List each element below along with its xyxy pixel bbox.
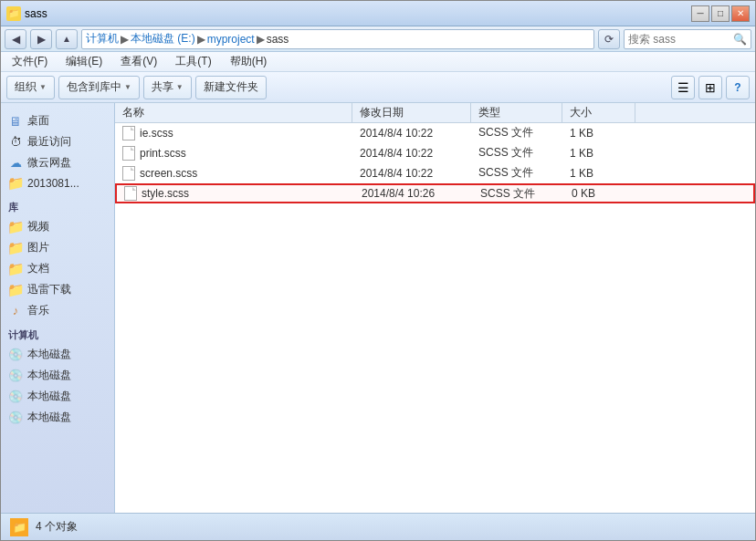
menu-view[interactable]: 查看(V)	[115, 52, 163, 71]
file-date-cell: 2014/8/4 10:22	[352, 167, 471, 180]
new-folder-button[interactable]: 新建文件夹	[195, 76, 267, 99]
file-size-cell: 1 KB	[562, 167, 635, 180]
sidebar-item-documents[interactable]: 📁 文档	[1, 258, 114, 279]
sidebar-item-disk1[interactable]: 💿 本地磁盘	[1, 344, 114, 365]
sidebar-item-disk4[interactable]: 💿 本地磁盘	[1, 407, 114, 428]
sidebar-item-folder2013[interactable]: 📁 2013081...	[1, 173, 114, 193]
col-header-name[interactable]: 名称	[115, 103, 352, 122]
share-button[interactable]: 共享 ▼	[143, 76, 192, 99]
view-toggle-button[interactable]: ☰	[671, 76, 695, 99]
title-bar: 📁 sass ─ □ ✕	[1, 1, 755, 26]
col-header-size[interactable]: 大小	[562, 103, 635, 122]
sidebar-favorites: 🖥 桌面 ⏱ 最近访问 ☁ 微云网盘	[1, 110, 114, 193]
menu-file[interactable]: 文件(F)	[6, 52, 53, 71]
disk2-icon: 💿	[8, 369, 23, 383]
table-row[interactable]: screen.scss 2014/8/4 10:22 SCSS 文件 1 KB	[115, 163, 755, 183]
disk1-icon: 💿	[8, 348, 23, 362]
breadcrumb-myproject[interactable]: myproject	[207, 33, 255, 46]
folder-icon: 📁	[6, 6, 21, 21]
share-arrow-icon: ▼	[176, 83, 184, 91]
file-type-cell: SCSS 文件	[471, 125, 562, 140]
sidebar-library-header: 库	[1, 197, 114, 216]
cloud-icon: ☁	[8, 156, 23, 171]
col-header-date[interactable]: 修改日期	[352, 103, 471, 122]
organize-button[interactable]: 组织 ▼	[6, 76, 55, 99]
close-button[interactable]: ✕	[731, 5, 750, 22]
refresh-button[interactable]: ⟳	[598, 29, 620, 49]
title-bar-left: 📁 sass	[6, 6, 47, 21]
folder2013-icon: 📁	[8, 176, 23, 191]
table-row[interactable]: style.scss 2014/8/4 10:26 SCSS 文件 0 KB	[115, 183, 755, 203]
sidebar-item-desktop[interactable]: 🖥 桌面	[1, 110, 114, 131]
menu-edit[interactable]: 编辑(E)	[60, 52, 108, 71]
sidebar-item-recent[interactable]: ⏱ 最近访问	[1, 131, 114, 152]
table-row[interactable]: print.scss 2014/8/4 10:22 SCSS 文件 1 KB	[115, 143, 755, 163]
recent-icon: ⏱	[8, 135, 23, 150]
forward-button[interactable]: ▶	[30, 29, 52, 49]
sep1: ▶	[121, 33, 129, 46]
file-name-cell: ie.scss	[115, 126, 352, 140]
search-input[interactable]	[628, 33, 731, 46]
file-size-cell: 1 KB	[562, 127, 635, 140]
menu-help[interactable]: 帮助(H)	[225, 52, 273, 71]
search-icon[interactable]: 🔍	[733, 33, 747, 46]
scss-file-icon	[124, 186, 137, 201]
up-button[interactable]: ▲	[56, 29, 78, 49]
sidebar-item-disk2[interactable]: 💿 本地磁盘	[1, 365, 114, 386]
file-list-header: 名称 修改日期 类型 大小	[115, 103, 755, 123]
maximize-button[interactable]: □	[711, 5, 730, 22]
music-icon: ♪	[8, 304, 23, 318]
file-date-cell: 2014/8/4 10:26	[354, 187, 473, 200]
window: 📁 sass ─ □ ✕ ◀ ▶ ▲ 计算机 ▶ 本地磁盘 (E:) ▶ myp…	[0, 0, 756, 541]
file-type-cell: SCSS 文件	[471, 145, 562, 161]
file-name-cell: print.scss	[115, 146, 352, 161]
sidebar: 🖥 桌面 ⏱ 最近访问 ☁ 微云网盘	[1, 103, 115, 513]
preview-pane-button[interactable]: ⊞	[698, 76, 722, 99]
file-size-cell: 1 KB	[562, 147, 635, 160]
breadcrumb-drive[interactable]: 本地磁盘 (E:)	[131, 31, 195, 47]
table-row[interactable]: ie.scss 2014/8/4 10:22 SCSS 文件 1 KB	[115, 123, 755, 143]
sep3: ▶	[257, 33, 265, 46]
breadcrumb-computer[interactable]: 计算机	[86, 31, 119, 47]
back-button[interactable]: ◀	[5, 29, 26, 49]
scss-file-icon	[122, 146, 135, 161]
include-arrow-icon: ▼	[124, 83, 131, 91]
address-bar: ◀ ▶ ▲ 计算机 ▶ 本地磁盘 (E:) ▶ myproject ▶ sass…	[1, 26, 755, 52]
main-content: 🖥 桌面 ⏱ 最近访问 ☁ 微云网盘	[1, 103, 755, 513]
toolbar-right: ☰ ⊞ ?	[671, 76, 750, 99]
title-bar-controls: ─ □ ✕	[691, 5, 750, 22]
file-date-cell: 2014/8/4 10:22	[352, 147, 471, 160]
sidebar-item-pictures[interactable]: 📁 图片	[1, 237, 114, 258]
file-area: 名称 修改日期 类型 大小 ie.scss 2014/8/4 10:22 SCS…	[115, 103, 755, 513]
file-list-body: ie.scss 2014/8/4 10:22 SCSS 文件 1 KB prin…	[115, 123, 755, 513]
pictures-icon: 📁	[8, 241, 23, 255]
scss-file-icon	[122, 126, 135, 140]
file-date-cell: 2014/8/4 10:22	[352, 127, 471, 140]
col-header-type[interactable]: 类型	[471, 103, 562, 122]
scss-file-icon	[122, 166, 135, 181]
file-type-cell: SCSS 文件	[471, 165, 562, 181]
documents-icon: 📁	[8, 262, 23, 276]
status-folder-icon: 📁	[10, 518, 28, 536]
breadcrumb-bar[interactable]: 计算机 ▶ 本地磁盘 (E:) ▶ myproject ▶ sass	[81, 29, 594, 49]
organize-arrow-icon: ▼	[39, 83, 47, 91]
disk4-icon: 💿	[8, 411, 23, 425]
toolbar: 组织 ▼ 包含到库中 ▼ 共享 ▼ 新建文件夹 ☰ ⊞ ?	[1, 72, 755, 103]
sidebar-item-xunlei[interactable]: 📁 迅雷下载	[1, 279, 114, 300]
file-name-cell: screen.scss	[115, 166, 352, 181]
window-title: sass	[25, 7, 47, 20]
file-type-cell: SCSS 文件	[473, 186, 564, 202]
minimize-button[interactable]: ─	[691, 5, 709, 22]
sidebar-item-video[interactable]: 📁 视频	[1, 216, 114, 237]
file-size-cell: 0 KB	[564, 187, 637, 200]
sidebar-computer: 计算机 💿 本地磁盘 💿 本地磁盘 💿	[1, 325, 114, 428]
help-button[interactable]: ?	[726, 76, 750, 99]
file-name-cell: style.scss	[117, 186, 354, 201]
sidebar-item-disk3[interactable]: 💿 本地磁盘	[1, 386, 114, 407]
menu-tools[interactable]: 工具(T)	[170, 52, 216, 71]
sidebar-item-music[interactable]: ♪ 音乐	[1, 300, 114, 321]
search-box[interactable]: 🔍	[624, 29, 751, 49]
sidebar-item-cloud[interactable]: ☁ 微云网盘	[1, 152, 114, 173]
sep2: ▶	[197, 33, 205, 46]
include-library-button[interactable]: 包含到库中 ▼	[58, 76, 140, 99]
